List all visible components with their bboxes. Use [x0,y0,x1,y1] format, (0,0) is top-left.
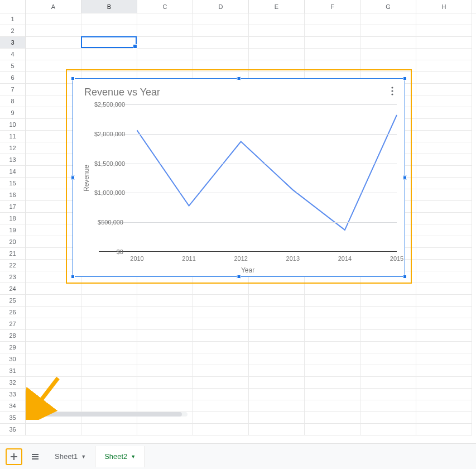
sheet-tab-sheet2[interactable]: Sheet2 ▼ [95,446,145,467]
cell[interactable] [360,330,416,342]
row-header[interactable]: 20 [0,236,26,248]
cell[interactable] [26,25,81,37]
cell[interactable] [193,37,249,49]
cell[interactable] [416,365,472,377]
cell[interactable] [416,84,472,95]
cell[interactable] [305,424,360,436]
cell[interactable] [249,389,305,400]
resize-handle-se[interactable] [403,275,407,279]
row-header[interactable]: 3 [0,37,26,49]
cell[interactable] [305,377,360,389]
row-header[interactable]: 31 [0,365,26,377]
cell[interactable] [249,318,305,330]
cell[interactable] [26,353,81,365]
cell[interactable] [26,377,81,389]
cell[interactable] [305,283,360,295]
cell[interactable] [416,166,472,178]
cell[interactable] [81,353,137,365]
cell[interactable] [360,37,416,49]
cell[interactable] [305,318,360,330]
row-header[interactable]: 18 [0,213,26,224]
cell[interactable] [137,49,193,60]
row-header[interactable]: 19 [0,224,26,236]
cell[interactable] [193,49,249,60]
cell[interactable] [26,13,81,25]
cell[interactable] [416,236,472,248]
cell[interactable] [26,307,81,318]
row-header[interactable]: 17 [0,201,26,213]
row-header[interactable]: 12 [0,142,26,154]
cell[interactable] [249,412,305,424]
cell[interactable] [26,318,81,330]
cell[interactable] [360,353,416,365]
add-sheet-button[interactable] [6,448,22,465]
cell[interactable] [249,295,305,307]
row-header[interactable]: 11 [0,131,26,142]
horizontal-scrollbar[interactable] [26,411,187,418]
row-header[interactable]: 28 [0,330,26,342]
resize-handle-s[interactable] [237,275,241,279]
cell[interactable] [193,330,249,342]
cell[interactable] [416,95,472,107]
resize-handle-w[interactable] [71,176,75,180]
cell[interactable] [416,37,472,49]
cell[interactable] [81,377,137,389]
cell[interactable] [26,49,81,60]
cell[interactable] [137,283,193,295]
cell[interactable] [193,424,249,436]
cell[interactable] [249,400,305,412]
cell[interactable] [193,412,249,424]
cell[interactable] [193,400,249,412]
cell[interactable] [81,330,137,342]
row-header[interactable]: 14 [0,166,26,178]
cell[interactable] [81,283,137,295]
cell[interactable] [360,307,416,318]
cell[interactable] [193,13,249,25]
cell[interactable] [193,377,249,389]
cell[interactable] [305,342,360,353]
cell[interactable] [305,49,360,60]
cell[interactable] [137,13,193,25]
cell[interactable] [26,365,81,377]
cell[interactable] [416,131,472,142]
cell[interactable] [360,318,416,330]
cell[interactable] [360,49,416,60]
row-header[interactable]: 5 [0,60,26,72]
cell[interactable] [416,248,472,260]
cell[interactable] [249,365,305,377]
cell[interactable] [360,283,416,295]
column-header[interactable]: E [249,0,305,13]
row-header[interactable]: 10 [0,119,26,131]
cell[interactable] [137,25,193,37]
cell[interactable] [305,412,360,424]
cell[interactable] [81,365,137,377]
resize-handle-e[interactable] [403,176,407,180]
cell[interactable] [249,330,305,342]
cell[interactable] [249,342,305,353]
cell[interactable] [26,400,81,412]
cell[interactable] [81,342,137,353]
cell[interactable] [249,377,305,389]
cell[interactable] [416,283,472,295]
cell[interactable] [81,295,137,307]
cell[interactable] [249,353,305,365]
cell[interactable] [81,424,137,436]
cell[interactable] [26,424,81,436]
row-header[interactable]: 8 [0,95,26,107]
cell[interactable] [416,49,472,60]
scrollbar-thumb[interactable] [26,412,182,417]
cell[interactable] [416,107,472,119]
cell[interactable] [249,37,305,49]
cell[interactable] [416,307,472,318]
row-header[interactable]: 9 [0,107,26,119]
cell[interactable] [26,389,81,400]
row-header[interactable]: 29 [0,342,26,353]
row-header[interactable]: 21 [0,248,26,260]
cell[interactable] [416,342,472,353]
cell[interactable] [137,342,193,353]
chart-options-button[interactable] [386,84,399,98]
cell[interactable] [416,213,472,224]
all-sheets-button[interactable] [27,448,44,465]
column-header[interactable]: D [193,0,249,13]
cell[interactable] [416,142,472,154]
